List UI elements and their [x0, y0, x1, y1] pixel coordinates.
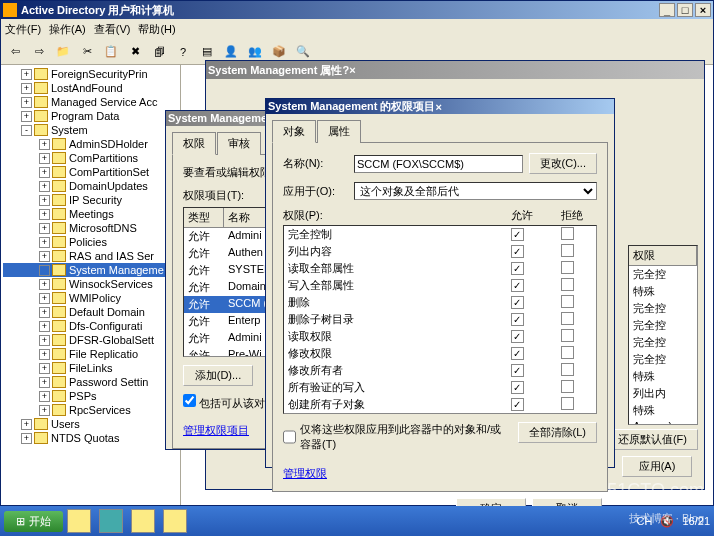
allow-checkbox[interactable]: ✓ — [511, 330, 524, 343]
tree-item[interactable]: +Program Data — [3, 109, 178, 123]
forward-icon[interactable]: ⇨ — [29, 42, 49, 62]
allow-checkbox[interactable]: ✓ — [511, 347, 524, 360]
back-icon[interactable]: ⇦ — [5, 42, 25, 62]
expand-icon[interactable]: + — [39, 377, 50, 388]
deny-checkbox[interactable] — [561, 397, 574, 410]
permission-row[interactable]: 所有验证的写入✓ — [284, 379, 596, 396]
change-button[interactable]: 更改(C)... — [529, 153, 597, 174]
apply-only-checkbox[interactable]: 仅将这些权限应用到此容器中的对象和/或容器(T) — [283, 422, 512, 452]
expand-icon[interactable]: + — [39, 181, 50, 192]
task-ad-icon[interactable] — [163, 509, 187, 533]
tree-item[interactable]: +DomainUpdates — [3, 179, 178, 193]
menu-action[interactable]: 操作(A) — [49, 22, 86, 37]
menu-view[interactable]: 查看(V) — [94, 22, 131, 37]
permission-row[interactable]: 创建所有子对象✓ — [284, 396, 596, 413]
up-icon[interactable]: 📁 — [53, 42, 73, 62]
tree-item[interactable]: +Default Domain — [3, 305, 178, 319]
manage-perm-entries-link[interactable]: 管理权限项目 — [183, 424, 249, 436]
props-help-button[interactable]: ? — [342, 64, 349, 76]
allow-checkbox[interactable]: ✓ — [511, 381, 524, 394]
tree-item[interactable]: +RpcServices — [3, 403, 178, 417]
expand-icon[interactable]: + — [39, 279, 50, 290]
deny-checkbox[interactable] — [561, 329, 574, 342]
tab-object[interactable]: 对象 — [272, 120, 316, 143]
expand-icon[interactable]: + — [39, 139, 50, 150]
allow-checkbox[interactable]: ✓ — [511, 228, 524, 241]
tree-item[interactable]: +RAS and IAS Ser — [3, 249, 178, 263]
permission-row[interactable]: 完全控制✓ — [284, 226, 596, 243]
applyto-select[interactable]: 这个对象及全部后代 — [354, 182, 597, 200]
task-powershell-icon[interactable] — [99, 509, 123, 533]
tree-item[interactable]: +PSPs — [3, 389, 178, 403]
tree-item[interactable]: System Manageme — [3, 263, 178, 277]
permission-row[interactable]: 修改权限✓ — [284, 345, 596, 362]
delete-icon[interactable]: ✖ — [125, 42, 145, 62]
tab-properties[interactable]: 属性 — [317, 120, 361, 143]
find-icon[interactable]: 🔍 — [293, 42, 313, 62]
allow-checkbox[interactable]: ✓ — [511, 279, 524, 292]
expand-icon[interactable]: + — [39, 349, 50, 360]
allow-checkbox[interactable]: ✓ — [511, 398, 524, 411]
expand-icon[interactable]: + — [39, 363, 50, 374]
expand-icon[interactable]: + — [39, 167, 50, 178]
allow-checkbox[interactable]: ✓ — [511, 364, 524, 377]
deny-checkbox[interactable] — [561, 278, 574, 291]
tree-item[interactable]: +NTDS Quotas — [3, 431, 178, 445]
tree-item[interactable]: +MicrosoftDNS — [3, 221, 178, 235]
tree-item[interactable]: +ComPartitionSet — [3, 165, 178, 179]
minimize-button[interactable]: _ — [659, 3, 675, 17]
props-close-button[interactable]: × — [349, 64, 355, 76]
expand-icon[interactable]: + — [39, 405, 50, 416]
help-icon[interactable]: ? — [173, 42, 193, 62]
expand-icon[interactable] — [39, 265, 50, 276]
expand-icon[interactable]: + — [39, 223, 50, 234]
tree-item[interactable]: +Dfs-Configurati — [3, 319, 178, 333]
expand-icon[interactable]: + — [21, 111, 32, 122]
deny-checkbox[interactable] — [561, 363, 574, 376]
permission-row[interactable]: 读取全部属性✓ — [284, 260, 596, 277]
permission-row[interactable]: 写入全部属性✓ — [284, 277, 596, 294]
permission-row[interactable]: 删除子树目录✓ — [284, 311, 596, 328]
tree-item[interactable]: +DFSR-GlobalSett — [3, 333, 178, 347]
start-button[interactable]: ⊞ 开始 — [4, 511, 63, 532]
cut-icon[interactable]: ✂ — [77, 42, 97, 62]
expand-icon[interactable]: + — [39, 153, 50, 164]
allow-checkbox[interactable]: ✓ — [511, 313, 524, 326]
menu-help[interactable]: 帮助(H) — [138, 22, 175, 37]
deny-checkbox[interactable] — [561, 295, 574, 308]
expand-icon[interactable]: + — [39, 307, 50, 318]
close-button[interactable]: × — [695, 3, 711, 17]
expand-icon[interactable]: + — [39, 335, 50, 346]
permission-row[interactable]: 读取权限✓ — [284, 328, 596, 345]
tab-permissions[interactable]: 权限 — [172, 132, 216, 155]
tree-item[interactable]: +Users — [3, 417, 178, 431]
permissions-grid[interactable]: 完全控制✓列出内容✓读取全部属性✓写入全部属性✓删除✓删除子树目录✓读取权限✓修… — [283, 225, 597, 414]
expand-icon[interactable]: + — [39, 293, 50, 304]
permission-row[interactable]: 修改所有者✓ — [284, 362, 596, 379]
allow-checkbox[interactable]: ✓ — [511, 296, 524, 309]
props-apply-button[interactable]: 应用(A) — [622, 456, 692, 477]
tree-item[interactable]: +File Replicatio — [3, 347, 178, 361]
tree-item[interactable]: +FileLinks — [3, 361, 178, 375]
expand-icon[interactable]: + — [39, 237, 50, 248]
deny-checkbox[interactable] — [561, 244, 574, 257]
tree-item[interactable]: +ComPartitions — [3, 151, 178, 165]
expand-icon[interactable]: + — [39, 195, 50, 206]
expand-icon[interactable]: + — [21, 419, 32, 430]
props-icon[interactable]: 📋 — [101, 42, 121, 62]
expand-icon[interactable]: + — [39, 321, 50, 332]
permission-row[interactable]: 删除✓ — [284, 294, 596, 311]
menu-file[interactable]: 文件(F) — [5, 22, 41, 37]
user-icon[interactable]: 👤 — [221, 42, 241, 62]
tree-item[interactable]: +WinsockServices — [3, 277, 178, 291]
deny-checkbox[interactable] — [561, 312, 574, 325]
deny-checkbox[interactable] — [561, 380, 574, 393]
expand-icon[interactable]: + — [21, 97, 32, 108]
ou-icon[interactable]: 📦 — [269, 42, 289, 62]
permission-row[interactable]: 列出内容✓ — [284, 243, 596, 260]
tree-item[interactable]: +Managed Service Acc — [3, 95, 178, 109]
expand-icon[interactable]: + — [39, 391, 50, 402]
tree-item[interactable]: +Policies — [3, 235, 178, 249]
expand-icon[interactable]: - — [21, 125, 32, 136]
tree-item[interactable]: -System — [3, 123, 178, 137]
